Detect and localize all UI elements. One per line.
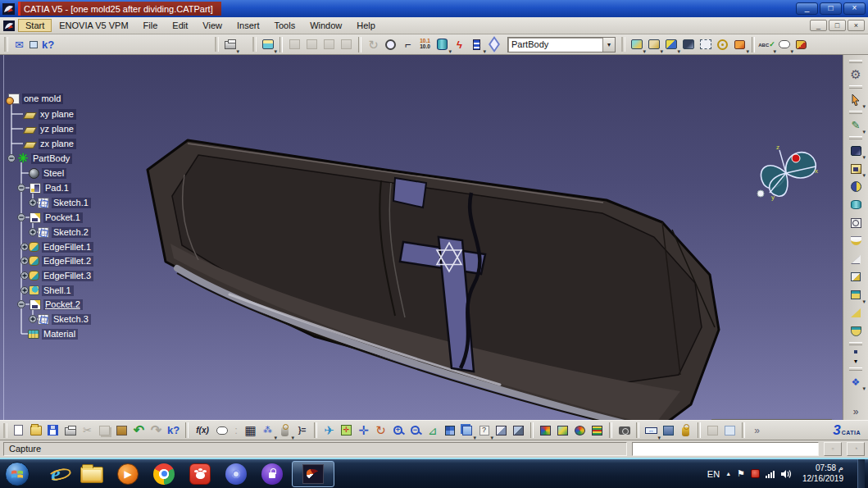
measure-icon[interactable]: ↔▾ <box>643 422 660 439</box>
toolbar-grip[interactable] <box>621 37 625 52</box>
gray-dots-icon[interactable]: : <box>230 422 242 439</box>
pad-feature-icon[interactable]: ▾ <box>628 36 645 52</box>
drafting-gray-icon-2[interactable] <box>721 422 738 439</box>
rotate-icon[interactable]: ↻ <box>372 422 389 439</box>
pad-tool-icon[interactable]: ▾ <box>847 142 865 159</box>
shaft-tool-icon[interactable] <box>847 178 865 195</box>
cut-icon[interactable]: ✂ <box>79 422 96 439</box>
quick-view-icon[interactable]: ?▾ <box>475 422 493 439</box>
wheel-icon[interactable] <box>571 422 589 439</box>
toolbar-grip[interactable] <box>252 37 257 52</box>
tree-item-edgefillet2[interactable]: EdgeFillet.2 <box>29 254 93 267</box>
menu-file[interactable]: File <box>136 19 166 32</box>
refresh-icon[interactable]: ↻ <box>365 36 382 52</box>
lock-icon[interactable]: ▾ <box>276 422 293 439</box>
tree-item-material[interactable]: Material <box>28 327 78 340</box>
menu-insert[interactable]: Insert <box>229 19 267 32</box>
new-document-icon[interactable] <box>10 422 27 439</box>
tree-item-shell1[interactable]: Shell.1 <box>29 284 74 297</box>
toolbar-grip[interactable] <box>849 342 862 345</box>
render-style-icon[interactable] <box>493 422 510 439</box>
tray-clock[interactable]: 07:58 م 12/16/2019 <box>798 463 848 484</box>
fly-mode-icon[interactable]: ✈ <box>320 422 338 439</box>
tree-item-root[interactable]: one mold <box>8 92 63 105</box>
tree-item-xy-plane[interactable]: xy plane <box>24 107 76 121</box>
minimize-button[interactable]: _ <box>796 2 818 15</box>
taskbar-explorer[interactable] <box>74 460 110 487</box>
zoom-out-icon[interactable]: − <box>407 422 424 439</box>
hierarchy-icon[interactable]: ⁂▾ <box>259 422 276 439</box>
start-button[interactable] <box>5 462 30 486</box>
copy-icon[interactable] <box>96 422 113 439</box>
paste-format-icon-3[interactable] <box>320 36 338 52</box>
toolbar-grip[interactable] <box>3 423 7 438</box>
pattern-frame-icon[interactable] <box>697 36 714 52</box>
design-table-icon[interactable]: ▾ <box>468 36 485 52</box>
isometric-view-icon[interactable]: ▾ <box>458 422 475 439</box>
spellcheck-icon[interactable]: ABC✓▾ <box>758 36 775 52</box>
zoom-in-icon[interactable]: + <box>389 422 407 439</box>
menu-window[interactable]: Window <box>302 19 349 32</box>
help-pointer-icon[interactable]: k? <box>165 422 182 439</box>
tray-expand-icon[interactable]: ▲ <box>725 471 731 477</box>
network-signal-icon[interactable] <box>766 470 775 478</box>
tree-item-zx-plane[interactable]: zx plane <box>24 137 76 150</box>
toolbar-grip[interactable] <box>849 60 862 63</box>
groove-tool-icon[interactable] <box>847 196 865 213</box>
clock-icon[interactable] <box>382 36 399 52</box>
taskbar-ie[interactable]: e <box>38 460 74 487</box>
menu-view[interactable]: View <box>195 19 229 32</box>
menu-help[interactable]: Help <box>349 19 383 32</box>
design-table-grid-icon[interactable]: ▦ <box>242 422 259 439</box>
paste-format-icon-4[interactable] <box>338 36 355 52</box>
taskbar-red-app[interactable] <box>182 460 218 487</box>
menu-enovia[interactable]: ENOVIA V5 VPM <box>52 19 135 32</box>
language-indicator[interactable]: EN <box>707 469 720 479</box>
tree-item-partbody[interactable]: ✳PartBody <box>17 152 72 165</box>
mirror-feature-icon[interactable] <box>679 36 697 52</box>
model-3d[interactable] <box>107 121 746 420</box>
status-dialog-button[interactable]: ▫ <box>824 442 842 456</box>
expand-arrow-icon[interactable]: ▾ <box>847 357 865 365</box>
viewport-3d[interactable]: zxy <box>0 55 868 420</box>
axis-system-icon[interactable]: ⌐ <box>399 36 416 52</box>
layer-filter-icon[interactable] <box>589 422 606 439</box>
more-toolbars-chevron-icon[interactable]: » <box>847 403 865 420</box>
annotation-bubble-icon[interactable]: ▾ <box>775 36 793 52</box>
knowledge-bubble-icon[interactable] <box>213 422 230 439</box>
tree-item-sketch2[interactable]: Sketch.2 <box>38 226 91 239</box>
chamfer-tool-icon[interactable]: ▾ <box>847 286 865 303</box>
action-center-flag-icon[interactable]: ⚑ <box>737 468 745 479</box>
tree-item-sketch1[interactable]: Sketch.1 <box>38 196 91 209</box>
open-folder-icon[interactable] <box>27 422 44 439</box>
layers-icon[interactable]: ▾ <box>259 36 276 52</box>
shell-tool-icon[interactable] <box>847 322 865 340</box>
undo-icon[interactable]: ↶ <box>130 422 148 439</box>
rib-tool-icon[interactable] <box>847 232 865 249</box>
whats-this-icon[interactable]: k? <box>39 36 57 52</box>
maximize-button[interactable]: □ <box>820 2 842 15</box>
normal-view-icon[interactable]: ⊿ <box>424 422 441 439</box>
toolbar-grip[interactable] <box>849 136 862 139</box>
menu-edit[interactable]: Edit <box>165 19 195 32</box>
tree-item-yz-plane[interactable]: yz plane <box>24 122 76 135</box>
mdi-restore-button[interactable]: □ <box>829 20 846 31</box>
painter-icon[interactable] <box>554 422 571 439</box>
catalyst-icon[interactable]: ϟ <box>451 36 468 52</box>
tree-item-edgefillet3[interactable]: EdgeFillet.3 <box>29 269 93 282</box>
pocket-feature-icon[interactable]: ▾ <box>645 36 662 52</box>
tree-item-pocket2[interactable]: Pocket.2 <box>30 298 83 311</box>
mdi-close-button[interactable]: × <box>848 20 865 31</box>
pan-icon[interactable]: ✛ <box>355 422 372 439</box>
menu-start[interactable]: Start <box>18 19 52 32</box>
isolate-icon[interactable] <box>485 36 502 52</box>
sketcher-icon[interactable]: ✎▾ <box>847 116 865 134</box>
multi-view-icon[interactable] <box>441 422 458 439</box>
mail-icon[interactable]: ✉ <box>11 36 28 52</box>
shaft-feature-icon[interactable]: ▾ <box>662 36 679 52</box>
taskbar-catia-active[interactable] <box>292 461 334 487</box>
pocket-tool-icon[interactable]: ▾ <box>847 160 865 177</box>
print-icon[interactable] <box>61 422 79 439</box>
tree-item-pad1[interactable]: Pad.1 <box>30 181 71 194</box>
catalog-windows-icon[interactable] <box>28 36 39 52</box>
